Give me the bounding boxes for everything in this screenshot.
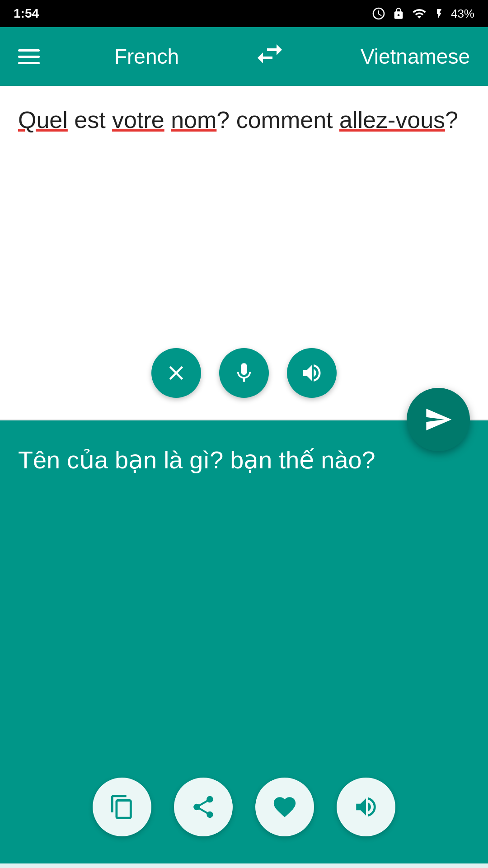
input-action-buttons	[18, 348, 470, 398]
word-quel: Quel	[18, 107, 68, 133]
clear-button[interactable]	[151, 348, 201, 398]
translate-fab[interactable]	[407, 388, 470, 451]
translated-text: Tên của bạn là gì? bạn thế nào?	[18, 443, 470, 477]
output-area: Tên của bạn là gì? bạn thế nào?	[0, 420, 488, 863]
battery-level: 43%	[451, 7, 474, 21]
input-area: Quel est votre nom? comment allez-vous?	[0, 86, 488, 420]
signal-icon	[411, 6, 427, 21]
word-votre: votre	[112, 107, 164, 133]
status-icons: 43%	[371, 6, 474, 21]
target-language[interactable]: Vietnamese	[361, 44, 470, 69]
source-language[interactable]: French	[114, 44, 179, 69]
charging-icon	[434, 6, 445, 21]
favorite-button[interactable]	[255, 778, 314, 836]
status-bar: 1:54 43%	[0, 0, 488, 27]
word-nom: nom	[171, 107, 216, 133]
menu-button[interactable]	[18, 49, 40, 64]
output-action-buttons	[0, 778, 488, 836]
speak-output-button[interactable]	[337, 778, 395, 836]
toolbar: French Vietnamese	[0, 27, 488, 86]
word-allez-vous: allez-vous	[339, 107, 445, 133]
source-text[interactable]: Quel est votre nom? comment allez-vous?	[18, 104, 470, 339]
share-button[interactable]	[174, 778, 233, 836]
status-time: 1:54	[14, 6, 39, 21]
swap-languages-button[interactable]	[253, 38, 286, 75]
speak-source-button[interactable]	[287, 348, 337, 398]
microphone-button[interactable]	[219, 348, 269, 398]
copy-button[interactable]	[93, 778, 151, 836]
lock-icon	[392, 6, 405, 21]
alarm-icon	[371, 6, 386, 21]
